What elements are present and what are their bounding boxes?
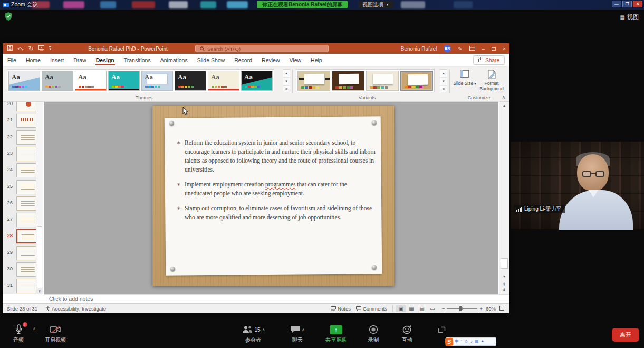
theme-thumbnail-3[interactable]: Aa	[75, 71, 107, 91]
reading-view-button[interactable]: ▤	[417, 305, 427, 312]
variant-thumbnail-1[interactable]	[297, 71, 330, 91]
keyboard-icon[interactable]: ▦	[475, 338, 479, 345]
variant-thumbnail-2[interactable]	[332, 71, 364, 91]
fit-to-window-icon[interactable]	[499, 305, 505, 312]
maximize-button[interactable]: ❒	[622, 1, 632, 7]
theme-thumbnail-2[interactable]: Aa	[42, 71, 73, 91]
tab-file[interactable]: File	[3, 54, 21, 66]
scroll-up-icon[interactable]: ▴	[440, 70, 447, 78]
scroll-down-icon[interactable]: ▾	[36, 288, 43, 294]
accessibility-checker[interactable]: Accessibility: Investigate	[43, 306, 109, 312]
next-slide-button[interactable]: ⇟	[499, 287, 509, 293]
slide-text-content[interactable]: ∗Reform the education system in junior a…	[177, 138, 376, 228]
tab-animations[interactable]: Animations	[156, 54, 193, 66]
record-button[interactable]: 录制	[359, 323, 388, 344]
scroll-down-icon[interactable]: ▾	[499, 274, 509, 279]
customize-qat-icon[interactable]: ▾	[49, 46, 51, 51]
tab-insert[interactable]: Insert	[45, 54, 69, 66]
tab-design[interactable]: Design	[91, 54, 119, 66]
leave-meeting-button[interactable]: 离开	[612, 328, 639, 342]
ribbon-display-options-icon[interactable]	[469, 46, 475, 52]
chat-button[interactable]: ∧ 聊天	[282, 323, 313, 344]
participants-button[interactable]: 15 ∧ 参会者	[237, 323, 269, 344]
share-screen-button[interactable]: ↑ 共享屏幕	[319, 323, 353, 344]
toolbox-icon[interactable]: ✦	[481, 338, 485, 345]
zoom-out-button[interactable]: −	[442, 306, 445, 312]
slide-sorter-view-button[interactable]: ▦	[406, 305, 417, 312]
emoji-icon[interactable]: ☺	[464, 338, 468, 345]
audio-options-chevron[interactable]: ∧	[33, 326, 36, 331]
variant-thumbnail-4[interactable]	[400, 71, 433, 91]
input-method-bar[interactable]: S 中’☺♪▦✦	[446, 337, 496, 346]
view-options-dropdown[interactable]: 视图选项▼	[358, 1, 393, 8]
share-button[interactable]: Share	[473, 55, 505, 65]
pen-icon[interactable]: ✎	[458, 46, 462, 52]
thumbnail-panel-scrollbar[interactable]: ▾	[36, 102, 43, 294]
theme-thumbnail-8[interactable]: Aa	[241, 71, 273, 91]
chat-options-chevron[interactable]: ∧	[302, 327, 305, 332]
security-shield-icon[interactable]	[5, 12, 12, 23]
slideshow-view-button[interactable]: ▭	[427, 305, 438, 312]
account-name[interactable]: Benonia Rafael	[401, 46, 437, 52]
view-layout-button[interactable]: ▦ 视图	[620, 13, 639, 21]
ppt-restore-button[interactable]	[492, 47, 496, 51]
collapse-ribbon-icon[interactable]: ∧	[502, 95, 505, 100]
tab-slide-show[interactable]: Slide Show	[193, 54, 230, 66]
search-input[interactable]	[207, 46, 324, 52]
tab-view[interactable]: View	[284, 54, 306, 66]
scrollbar-thumb[interactable]	[501, 258, 508, 269]
scroll-down-icon[interactable]: ▾	[440, 78, 447, 86]
tab-record[interactable]: Record	[229, 54, 257, 66]
tab-transitions[interactable]: Transitions	[119, 54, 156, 66]
minimize-button[interactable]: —	[612, 1, 621, 7]
mic-icon[interactable]: ♪	[470, 338, 473, 345]
notes-toggle-button[interactable]: Notes	[328, 306, 353, 312]
zoom-in-button[interactable]: +	[479, 306, 483, 312]
undo-icon[interactable]: ↶▾	[17, 46, 23, 52]
sogou-logo[interactable]: S	[445, 337, 453, 346]
variants-gallery-scroll[interactable]: ▴▾≡	[440, 69, 447, 92]
variant-thumbnail-3[interactable]	[366, 71, 399, 91]
themes-gallery-scroll[interactable]: ▴▾≡	[283, 69, 290, 92]
theme-thumbnail-5[interactable]: Aa	[141, 71, 173, 91]
scroll-down-icon[interactable]: ▾	[283, 78, 290, 86]
slide-area-scrollbar[interactable]: ▴ ▾ ⇞ ⇟	[499, 102, 509, 294]
start-slideshow-icon[interactable]	[38, 45, 44, 52]
normal-view-button[interactable]: ▣	[396, 305, 406, 312]
scrollbar-thumb[interactable]	[37, 226, 42, 293]
redo-icon[interactable]: ↻	[28, 45, 33, 52]
theme-thumbnail-1[interactable]: Aa	[8, 71, 40, 91]
zoom-slider-thumb[interactable]	[459, 306, 462, 311]
join-audio-button[interactable]: ! 音频	[4, 323, 33, 344]
theme-thumbnail-6[interactable]: Aa	[175, 71, 206, 91]
reactions-button[interactable]: 互动	[392, 323, 422, 344]
previous-slide-button[interactable]: ⇞	[499, 281, 509, 287]
participants-options-chevron[interactable]: ∧	[262, 327, 265, 332]
format-background-button[interactable]: Format Background	[478, 70, 505, 91]
detach-button[interactable]	[434, 323, 449, 336]
close-button[interactable]: ✕	[633, 1, 642, 7]
slide-editing-area[interactable]: ∗Reform the education system in junior a…	[44, 102, 498, 294]
gallery-more-icon[interactable]: ≡	[440, 86, 447, 93]
tab-help[interactable]: Help	[306, 54, 327, 66]
chinese-mode-icon[interactable]: 中	[455, 338, 459, 345]
participant-video-tile[interactable]: Liping Li-梁力平	[511, 142, 644, 230]
tab-review[interactable]: Review	[257, 54, 284, 66]
tab-home[interactable]: Home	[21, 54, 45, 66]
slide-canvas[interactable]: ∗Reform the education system in junior a…	[152, 106, 394, 286]
slide-size-button[interactable]: Slide Size ▾	[453, 70, 477, 86]
theme-thumbnail-4[interactable]: Aa	[108, 71, 140, 91]
ppt-minimize-button[interactable]: –	[482, 46, 485, 52]
account-avatar[interactable]: BR	[444, 45, 451, 52]
scroll-up-icon[interactable]: ▴	[283, 70, 290, 78]
gallery-more-icon[interactable]: ≡	[283, 86, 290, 93]
start-video-button[interactable]: 开启视频	[38, 323, 73, 344]
save-icon[interactable]	[7, 45, 13, 52]
punctuation-icon[interactable]: ’	[461, 338, 462, 345]
tab-draw[interactable]: Draw	[69, 54, 91, 66]
comments-toggle-button[interactable]: Comments	[353, 306, 390, 312]
zoom-percentage[interactable]: 60%	[486, 306, 496, 312]
ppt-close-button[interactable]: ×	[503, 46, 506, 52]
theme-thumbnail-7[interactable]: Aa	[208, 71, 239, 91]
search-box[interactable]	[195, 45, 329, 52]
